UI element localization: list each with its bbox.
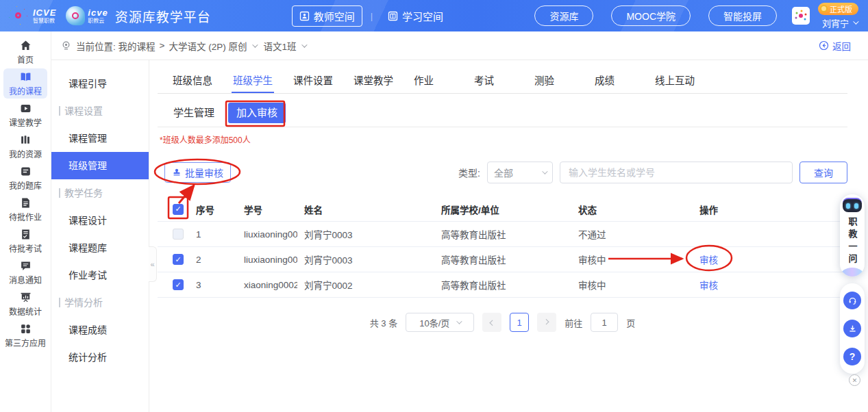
select-all-checkbox[interactable]	[173, 204, 184, 215]
logo2-title: icve	[88, 8, 108, 17]
row-checkbox[interactable]	[173, 229, 184, 240]
close-floating-button[interactable]: ✕	[849, 374, 860, 386]
chevron-down-icon[interactable]	[253, 42, 258, 47]
version-badge-label: 正式版	[830, 3, 852, 14]
submenu-item[interactable]: 班级管理	[51, 152, 149, 179]
query-button[interactable]: 查询	[799, 162, 847, 183]
right-area: 当前位置: 我的课程 > 大学语文 (2P) 原创 语文1班 返回 课程引导课程…	[51, 31, 868, 412]
row-checkbox[interactable]	[173, 254, 184, 265]
statistics-icon	[20, 292, 32, 303]
support-button[interactable]	[843, 292, 861, 309]
chevron-down-icon[interactable]	[302, 42, 308, 47]
ai-assistant-widget[interactable]: 职教一问	[840, 194, 865, 276]
prev-page-button[interactable]	[482, 313, 501, 332]
tab-item[interactable]: 课件设置	[292, 68, 352, 93]
sidebar-item-exam[interactable]: 待批考试	[3, 226, 47, 256]
sidebar-item-course[interactable]: 我的课程	[3, 68, 47, 99]
back-button[interactable]: 返回	[819, 39, 851, 53]
tab-item[interactable]: 班级信息	[171, 68, 232, 93]
submenu-item[interactable]: 课程引导	[51, 70, 149, 97]
user-app-logo-icon[interactable]	[792, 7, 810, 25]
student-search-input[interactable]	[560, 162, 793, 183]
space-label: 教师空间	[314, 9, 355, 23]
logo1-title: ICVE	[33, 8, 56, 17]
submenu-item[interactable]: 课程设计	[51, 207, 149, 234]
tab-item[interactable]: 作业	[412, 68, 473, 93]
support-icon	[847, 296, 858, 306]
submenu-item[interactable]: 课程题库	[51, 234, 149, 261]
submenu-item[interactable]: 课程管理	[51, 125, 149, 152]
logo1-text: ICVE 智慧职教	[33, 8, 56, 24]
sidebar-item-label: 我的资源	[9, 148, 42, 159]
space-switcher: 教师空间|学习空间	[292, 5, 450, 27]
sidebar-item-label: 课堂教学	[9, 116, 42, 128]
table-row: 3xiaoning0002刘宵宁0002高等教育出版社审核中审核	[158, 272, 847, 298]
page-size-select[interactable]: 10条/页	[406, 313, 474, 332]
breadcrumb-root[interactable]: 我的课程	[119, 39, 156, 53]
tab-item[interactable]: 成绩	[593, 68, 654, 93]
table-header-row: 序号学号姓名所属学校/单位状态操作	[158, 197, 847, 222]
download-button[interactable]	[843, 320, 861, 337]
ai-assistant-label: 职教一问	[846, 217, 859, 266]
tab-active[interactable]: 班级学生	[232, 68, 292, 93]
medal-icon	[820, 5, 828, 12]
goto-page-input[interactable]	[591, 313, 618, 332]
version-badge: 正式版	[818, 3, 858, 15]
question-bank-icon	[20, 166, 32, 177]
tab-label: 成绩	[593, 73, 616, 93]
sidebar-item-homework[interactable]: 待批作业	[3, 194, 47, 224]
teacher-space-icon	[299, 11, 310, 21]
breadcrumb-course[interactable]: 大学语文 (2P) 原创	[169, 39, 247, 53]
course-submenu: 课程引导课程设置课程管理班级管理教学任务课程设计课程题库作业考试学情分析课程成绩…	[51, 60, 149, 412]
sidebar-item-message[interactable]: 消息通知	[3, 257, 47, 287]
submenu-item[interactable]: 课程成绩	[51, 316, 149, 344]
subtab-active[interactable]: 加入审核	[228, 103, 286, 123]
help-button[interactable]: ?	[843, 348, 861, 365]
page-number-current[interactable]: 1	[510, 313, 529, 332]
subtab-item[interactable]: 学生管理	[173, 103, 212, 123]
sidebar-item-label: 首页	[17, 53, 34, 65]
type-select[interactable]: 全部	[487, 162, 553, 183]
main-content: 班级信息班级学生课件设置课堂教学作业考试测验成绩线上互动 学生管理加入审核 *班…	[149, 60, 868, 412]
breadcrumb-class[interactable]: 语文1班	[263, 39, 296, 53]
sidebar-item-classroom[interactable]: 课堂教学	[3, 100, 47, 130]
sidebar-item-label: 第三方应用	[5, 337, 46, 348]
submenu-item[interactable]: 统计分析	[51, 344, 149, 371]
submenu-item[interactable]: 作业考试	[51, 261, 149, 289]
filter-group: 类型: 全部 查询	[458, 162, 847, 183]
sidebar-item-apps[interactable]: 第三方应用	[3, 320, 47, 350]
icve-zhijiaoyun-logo-icon	[66, 6, 85, 25]
nav-teacher-space[interactable]: 教师空间	[292, 5, 362, 27]
download-icon	[847, 324, 858, 334]
sidebar-item-home[interactable]: 首页	[3, 37, 47, 67]
sidebar-item-question-bank[interactable]: 我的题库	[3, 163, 47, 193]
tab-item[interactable]: 考试	[473, 68, 533, 93]
primary-sidebar: 首页我的课程课堂教学我的资源我的题库待批作业待批考试消息通知数据统计第三方应用	[0, 31, 51, 412]
row-checkbox[interactable]	[173, 279, 184, 290]
tab-label: 班级学生	[232, 73, 274, 93]
quick-link-pill[interactable]: 智能投屏	[708, 5, 777, 26]
platform-title: 资源库教学平台	[115, 7, 211, 25]
sidebar-item-statistics[interactable]: 数据统计	[3, 289, 47, 319]
column-header: 姓名	[297, 203, 434, 216]
tab-item[interactable]: 测验	[533, 68, 593, 93]
review-action-link[interactable]: 审核	[699, 281, 718, 291]
nav-learning-space[interactable]: 学习空间	[381, 6, 450, 26]
quick-link-pill[interactable]: 资源库	[534, 5, 593, 26]
tab-item[interactable]: 课堂教学	[352, 68, 412, 93]
sidebar-item-label: 待批作业	[9, 211, 42, 222]
tab-item[interactable]: 线上互动	[654, 68, 714, 93]
status: 审核中	[571, 253, 693, 266]
review-action-link[interactable]: 审核	[699, 255, 718, 266]
goto-suffix: 页	[626, 316, 635, 329]
user-menu[interactable]: 刘宵宁	[818, 16, 857, 29]
username: 刘宵宁	[822, 16, 849, 29]
batch-review-button[interactable]: 批量审核	[164, 162, 231, 183]
type-label: 类型:	[458, 166, 480, 179]
table-row: 2liuxiaoning0003刘宵宁0003高等教育出版社审核中审核	[158, 247, 847, 272]
next-page-button[interactable]	[537, 313, 556, 332]
back-label: 返回	[832, 39, 851, 53]
collapse-sidebar-handle[interactable]: «	[149, 246, 157, 282]
sidebar-item-resource[interactable]: 我的资源	[3, 131, 47, 162]
quick-link-pill[interactable]: MOOC学院	[611, 5, 691, 26]
